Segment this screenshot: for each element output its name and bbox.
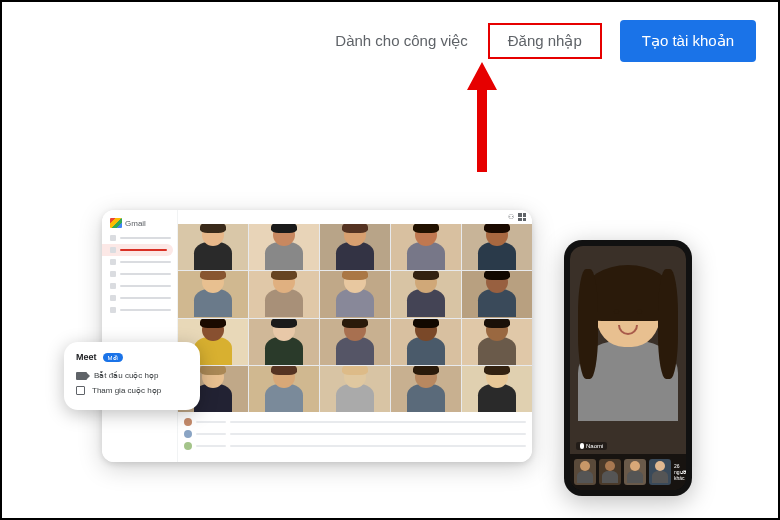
laptop-mockup: Gmail ⚇ (102, 210, 532, 462)
meet-title: Meet (76, 352, 97, 362)
join-meeting-label: Tham gia cuộc họp (92, 386, 161, 395)
video-tile (462, 366, 532, 412)
mic-icon (580, 443, 584, 449)
more-participants-count: 26 người khác (674, 463, 686, 481)
participant-thumbnail[interactable] (599, 459, 621, 485)
gmail-inbox-preview (178, 412, 532, 462)
video-tile (249, 271, 319, 317)
phone-mockup: Naomi 26 người khác (564, 240, 692, 496)
annotation-arrow-icon (467, 62, 497, 172)
participant-thumbnail[interactable] (624, 459, 646, 485)
video-tile (391, 366, 461, 412)
for-work-link[interactable]: Dành cho công việc (319, 22, 483, 60)
phone-thumbnail-strip: 26 người khác (570, 454, 686, 490)
gmail-sidebar: Gmail (102, 210, 178, 462)
video-tile (391, 224, 461, 270)
participant-thumbnail[interactable] (649, 459, 671, 485)
video-tile (391, 271, 461, 317)
gmail-sidebar-item[interactable] (102, 292, 177, 304)
participant-name-label: Naomi (576, 442, 607, 450)
video-tile (320, 319, 390, 365)
gmail-icon (110, 218, 122, 228)
video-tile (178, 224, 248, 270)
video-tile (178, 271, 248, 317)
join-icon (76, 386, 85, 395)
start-meeting-label: Bắt đầu cuộc họp (94, 371, 158, 380)
top-navigation: Dành cho công việc Đăng nhập Tạo tài kho… (2, 2, 778, 62)
start-meeting-button[interactable]: Bắt đầu cuộc họp (76, 368, 190, 383)
gmail-sidebar-item[interactable] (102, 268, 177, 280)
video-tile (320, 224, 390, 270)
video-tile (391, 319, 461, 365)
video-tile (249, 366, 319, 412)
gmail-sidebar-item[interactable] (102, 280, 177, 292)
video-tile (249, 224, 319, 270)
grid-toolbar: ⚇ (178, 210, 532, 224)
gmail-sidebar-item[interactable] (102, 244, 173, 256)
video-tile (320, 271, 390, 317)
meet-new-badge: Mới (103, 353, 123, 362)
sign-in-link[interactable]: Đăng nhập (488, 23, 602, 59)
create-account-button[interactable]: Tạo tài khoản (620, 20, 756, 62)
video-tile (249, 319, 319, 365)
video-tile (462, 319, 532, 365)
gmail-sidebar-item[interactable] (102, 256, 177, 268)
gmail-sidebar-item[interactable] (102, 232, 177, 244)
join-meeting-button[interactable]: Tham gia cuộc họp (76, 383, 190, 398)
gmail-label: Gmail (125, 219, 146, 228)
participant-thumbnail[interactable] (574, 459, 596, 485)
gmail-sidebar-item[interactable] (102, 304, 177, 316)
video-tile (462, 224, 532, 270)
people-icon: ⚇ (508, 213, 514, 221)
svg-marker-0 (467, 62, 497, 172)
camera-icon (76, 372, 87, 380)
video-tile (462, 271, 532, 317)
meet-popup: Meet Mới Bắt đầu cuộc họp Tham gia cuộc … (64, 342, 200, 410)
video-tile (320, 366, 390, 412)
grid-layout-icon (518, 213, 526, 221)
hero-illustration: Gmail ⚇ Meet Mới Bắt đầu cuộc họp Tham g… (102, 210, 692, 510)
video-grid (178, 224, 532, 412)
gmail-logo: Gmail (102, 210, 177, 232)
